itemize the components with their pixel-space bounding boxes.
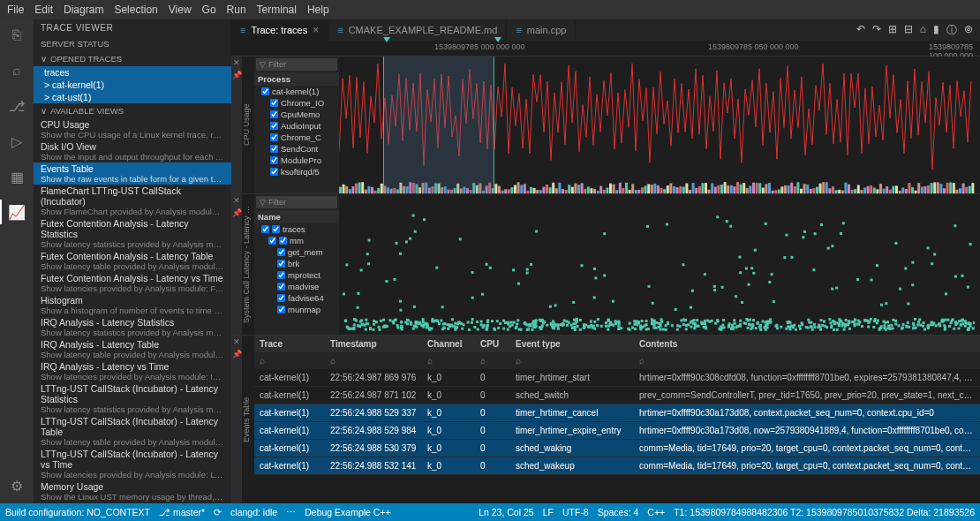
close-pane-icon[interactable]: ✕ bbox=[233, 196, 240, 205]
pin-icon[interactable]: 📌 bbox=[232, 350, 242, 359]
home-icon[interactable]: ⌂ bbox=[920, 23, 926, 38]
trace-viewer-icon[interactable]: 📈 bbox=[6, 201, 27, 223]
tree-row[interactable]: brk bbox=[254, 258, 339, 269]
status-item[interactable]: Debug Example C++ bbox=[305, 507, 390, 517]
menu-terminal[interactable]: Terminal bbox=[257, 4, 297, 16]
view-item[interactable]: Disk I/O ViewShow the input and output t… bbox=[34, 140, 231, 162]
tree-row[interactable]: SendCont bbox=[254, 143, 339, 155]
pin-icon[interactable]: 📌 bbox=[232, 71, 242, 79]
view-item[interactable]: CPU UsageShow the CPU usage of a Linux k… bbox=[34, 118, 231, 140]
column-header[interactable]: Trace bbox=[254, 337, 325, 351]
column-filter[interactable]: ⌕ bbox=[325, 354, 422, 367]
close-tab-icon[interactable]: × bbox=[313, 24, 319, 36]
view-item[interactable]: IRQ Analysis - Latency vs TimeShow laten… bbox=[34, 360, 231, 382]
view-item[interactable]: HistogramShow a histogram of number of e… bbox=[34, 294, 231, 316]
editor-tab[interactable]: ≡Trace: traces× bbox=[231, 19, 328, 41]
menu-help[interactable]: Help bbox=[307, 4, 329, 16]
view-item[interactable]: LTTng-UST CallStack (Incubator) - Latenc… bbox=[34, 415, 231, 448]
view-item[interactable]: Futex Contention Analysis - Latency vs T… bbox=[34, 272, 231, 294]
tree-row[interactable]: madvise bbox=[254, 281, 339, 292]
column-filter[interactable]: ⌕ bbox=[422, 354, 475, 367]
editor-tab[interactable]: ≡main.cpp bbox=[507, 19, 576, 41]
marker-end-icon[interactable] bbox=[494, 37, 501, 42]
view-item[interactable]: LTTng-UST CallStack (Incubator) - Latenc… bbox=[34, 448, 231, 480]
time-selection[interactable] bbox=[383, 57, 494, 193]
status-item[interactable]: Spaces: 4 bbox=[598, 507, 639, 517]
status-item[interactable]: C++ bbox=[647, 507, 665, 517]
syscall-filter-input[interactable]: ▽ Filter bbox=[256, 196, 337, 208]
server-status-hdr[interactable]: SERVER STATUS bbox=[34, 36, 231, 51]
menu-selection[interactable]: Selection bbox=[114, 4, 157, 16]
close-pane-icon[interactable]: ✕ bbox=[233, 58, 240, 67]
status-item[interactable]: Build configuration: NO_CONTEXT bbox=[5, 507, 150, 517]
view-item[interactable]: Memory UsageShow the relative memory usa… bbox=[34, 502, 231, 503]
tree-row[interactable]: GpuMemo bbox=[254, 109, 339, 120]
menu-view[interactable]: View bbox=[169, 4, 192, 16]
status-item[interactable]: ⋯ bbox=[286, 507, 296, 517]
syscall-chart[interactable] bbox=[339, 194, 980, 335]
event-row[interactable]: cat-kernel(1)22:56:24.987 869 976k_00tim… bbox=[254, 369, 980, 387]
tree-row[interactable]: mm bbox=[254, 235, 339, 246]
column-header[interactable]: CPU bbox=[475, 337, 510, 351]
editor-tab[interactable]: ≡CMAKE_EXAMPLE_README.md bbox=[328, 19, 507, 41]
event-row[interactable]: cat-kernel(1)22:56:24.988 529 337k_00tim… bbox=[254, 404, 980, 422]
view-item[interactable]: Futex Contention Analysis - Latency Stat… bbox=[34, 217, 231, 250]
tree-row[interactable]: ModulePro bbox=[254, 155, 339, 166]
event-row[interactable]: cat-kernel(1)22:56:24.988 532 141k_00sch… bbox=[254, 457, 980, 475]
search-icon[interactable]: ⌕ bbox=[6, 60, 27, 81]
pin-icon[interactable]: 📌 bbox=[232, 208, 242, 217]
zoom-in-icon[interactable]: ⊞ bbox=[888, 23, 897, 38]
status-item[interactable]: ⎇ master* bbox=[159, 507, 205, 517]
zoom-out-icon[interactable]: ⊟ bbox=[904, 23, 913, 38]
info-icon[interactable]: ⓘ bbox=[946, 23, 957, 38]
tree-row[interactable]: traces bbox=[254, 223, 339, 235]
tree-row[interactable]: AudioInput bbox=[254, 120, 339, 132]
timeline-header[interactable]: 1539809785 000 000 000 1539809785 050 00… bbox=[231, 41, 980, 57]
tree-row[interactable]: fadvise64 bbox=[254, 292, 339, 304]
menu-diagram[interactable]: Diagram bbox=[64, 4, 103, 16]
redo-icon[interactable]: ↷ bbox=[872, 23, 881, 38]
available-views-hdr[interactable]: ∨ AVAILABLE VIEWS bbox=[34, 103, 231, 118]
view-item[interactable]: LTTng-UST CallStack (Incubator) - Latenc… bbox=[34, 382, 231, 415]
view-item[interactable]: Memory UsageShow the Linux UST memory us… bbox=[34, 480, 231, 502]
tree-row[interactable]: Chrome_IO bbox=[254, 97, 339, 109]
chart-icon[interactable]: ▮ bbox=[933, 23, 939, 38]
view-item[interactable]: IRQ Analysis - Latency TableShow latency… bbox=[34, 338, 231, 360]
column-filter[interactable]: ⌕ bbox=[634, 354, 980, 367]
column-header[interactable]: Contents bbox=[634, 337, 980, 351]
tree-row[interactable]: mprotect bbox=[254, 269, 339, 281]
view-item[interactable]: Futex Contention Analysis - Latency Tabl… bbox=[34, 250, 231, 272]
settings-icon[interactable]: ⚙ bbox=[6, 475, 27, 496]
tree-row[interactable]: ksoftirqd/5 bbox=[254, 166, 339, 177]
status-item[interactable]: Ln 23, Col 25 bbox=[479, 507, 533, 517]
column-header[interactable]: Channel bbox=[422, 337, 475, 351]
opened-trace-group[interactable]: traces > cat-kernel(1) > cat-ust(1) bbox=[34, 66, 231, 103]
cpu-chart[interactable] bbox=[339, 57, 980, 193]
more-icon[interactable]: ⊚ bbox=[964, 23, 973, 38]
menu-run[interactable]: Run bbox=[227, 4, 246, 16]
event-row[interactable]: cat-kernel(1)22:56:24.988 530 379k_00sch… bbox=[254, 440, 980, 457]
opened-traces-hdr[interactable]: ∨ OPENED TRACES bbox=[34, 51, 231, 66]
tree-row[interactable]: cat-kernel(1) bbox=[254, 86, 339, 97]
status-item[interactable]: ⟳ bbox=[214, 507, 222, 517]
status-item[interactable]: T1: 1539809784988482306 T2: 153980978501… bbox=[674, 507, 975, 517]
undo-icon[interactable]: ↶ bbox=[856, 23, 865, 38]
tree-row[interactable]: Chrome_C bbox=[254, 132, 339, 143]
menu-edit[interactable]: Edit bbox=[34, 4, 53, 16]
debug-icon[interactable]: ▷ bbox=[6, 131, 27, 152]
extensions-icon[interactable]: ▦ bbox=[6, 166, 27, 187]
column-filter[interactable]: ⌕ bbox=[510, 354, 634, 367]
event-row[interactable]: cat-kernel(1)22:56:24.988 529 984k_00tim… bbox=[254, 422, 980, 440]
close-pane-icon[interactable]: ✕ bbox=[233, 337, 240, 346]
view-item[interactable]: FlameChart LTTng-UST CallStack (Incubato… bbox=[34, 185, 231, 217]
status-item[interactable]: LF bbox=[543, 507, 554, 517]
tree-row[interactable]: get_mem bbox=[254, 246, 339, 258]
menu-file[interactable]: File bbox=[7, 4, 24, 16]
column-filter[interactable]: ⌕ bbox=[254, 354, 325, 367]
view-item[interactable]: Events TableShow the raw events in table… bbox=[34, 162, 231, 185]
view-item[interactable]: IRQ Analysis - Latency StatisticsShow la… bbox=[34, 316, 231, 338]
menu-go[interactable]: Go bbox=[202, 4, 216, 16]
status-item[interactable]: UTF-8 bbox=[562, 507, 589, 517]
files-icon[interactable]: ⎘ bbox=[6, 25, 27, 46]
marker-start-icon[interactable] bbox=[383, 37, 390, 42]
